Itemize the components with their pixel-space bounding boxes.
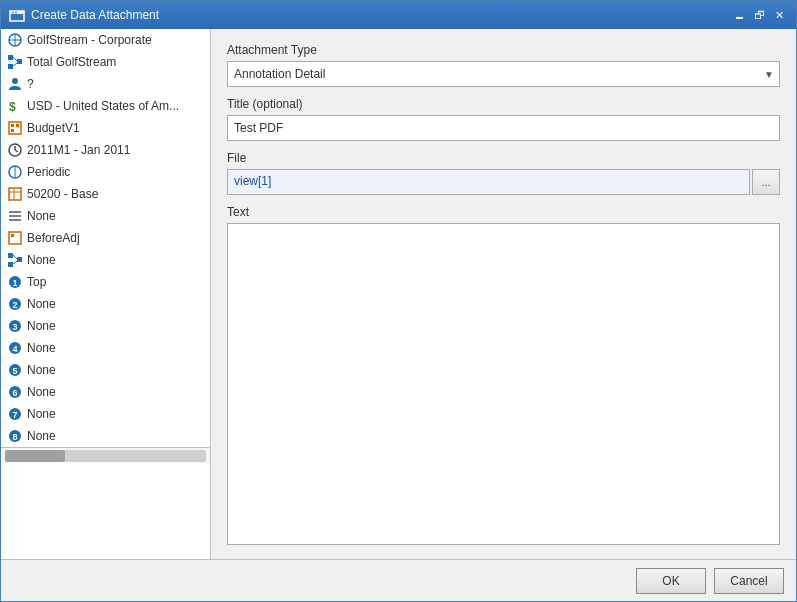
base-icon	[7, 186, 23, 202]
svg-line-35	[13, 261, 17, 264]
tree-item-none7[interactable]: 6None	[1, 381, 210, 403]
minimize-button[interactable]: 🗕	[730, 7, 748, 23]
file-group: File view[1] ...	[227, 151, 780, 195]
title-label: Title (optional)	[227, 97, 780, 111]
title-bar: Create Data Attachment 🗕 🗗 ✕	[1, 1, 796, 29]
tree-item-usd[interactable]: $USD - United States of Am...	[1, 95, 210, 117]
tree-item-label-periodic: Periodic	[27, 165, 70, 179]
svg-text:$: $	[9, 100, 16, 114]
tree-item-label-none6: None	[27, 363, 56, 377]
person-icon	[7, 76, 23, 92]
svg-text:3: 3	[12, 322, 17, 332]
tree-item-label-total-golf: Total GolfStream	[27, 55, 116, 69]
svg-text:1: 1	[12, 278, 17, 288]
svg-text:8: 8	[12, 432, 17, 442]
before-icon	[7, 230, 23, 246]
dialog-body: GolfStream - CorporateTotal GolfStream?$…	[1, 29, 796, 559]
lines-icon	[7, 208, 23, 224]
restore-button[interactable]: 🗗	[750, 7, 768, 23]
tree-item-golf-stream[interactable]: GolfStream - Corporate	[1, 29, 210, 51]
svg-rect-9	[17, 59, 22, 64]
title-bar-buttons: 🗕 🗗 ✕	[730, 7, 788, 23]
text-label: Text	[227, 205, 780, 219]
tree-item-none1[interactable]: None	[1, 205, 210, 227]
tree-item-2011m1[interactable]: 2011M1 - Jan 2011	[1, 139, 210, 161]
dialog-footer: OK Cancel	[1, 559, 796, 601]
svg-rect-17	[11, 129, 14, 132]
svg-line-20	[15, 150, 18, 152]
tree-item-label-none1: None	[27, 209, 56, 223]
text-textarea[interactable]	[227, 223, 780, 545]
tree-item-total-golf[interactable]: Total GolfStream	[1, 51, 210, 73]
svg-rect-29	[9, 232, 21, 244]
svg-text:6: 6	[12, 388, 17, 398]
dialog-create-data-attachment: Create Data Attachment 🗕 🗗 ✕ GolfStream …	[0, 0, 797, 602]
svg-line-10	[13, 57, 17, 61]
right-panel-form: Attachment Type Annotation DetailFileURL…	[211, 29, 796, 559]
svg-rect-32	[8, 262, 13, 267]
tree-item-label-none2: None	[27, 253, 56, 267]
svg-rect-14	[9, 122, 21, 134]
tree-item-none5[interactable]: 4None	[1, 337, 210, 359]
ok-button[interactable]: OK	[636, 568, 706, 594]
periodic-icon	[7, 164, 23, 180]
attachment-type-select[interactable]: Annotation DetailFileURLText	[227, 61, 780, 87]
tree-item-label-50200: 50200 - Base	[27, 187, 98, 201]
left-panel-tree[interactable]: GolfStream - CorporateTotal GolfStream?$…	[1, 29, 211, 559]
svg-text:7: 7	[12, 410, 17, 420]
file-label: File	[227, 151, 780, 165]
hierarchy-icon	[7, 252, 23, 268]
num8-icon: 8	[7, 428, 23, 444]
num6-icon: 6	[7, 384, 23, 400]
tree-item-none9[interactable]: 8None	[1, 425, 210, 447]
clock-icon	[7, 142, 23, 158]
tree-item-label-beforeadj: BeforeAdj	[27, 231, 80, 245]
title-input[interactable]	[227, 115, 780, 141]
tree-container: GolfStream - CorporateTotal GolfStream?$…	[1, 29, 210, 447]
tree-item-beforeadj[interactable]: BeforeAdj	[1, 227, 210, 249]
tree-item-top[interactable]: 1Top	[1, 271, 210, 293]
budget-icon	[7, 120, 23, 136]
tree-item-label-none3: None	[27, 297, 56, 311]
tree-item-periodic[interactable]: Periodic	[1, 161, 210, 183]
svg-line-11	[13, 63, 17, 66]
svg-rect-8	[8, 64, 13, 69]
attachment-type-group: Attachment Type Annotation DetailFileURL…	[227, 43, 780, 87]
close-button[interactable]: ✕	[770, 7, 788, 23]
window-title: Create Data Attachment	[31, 8, 724, 22]
cancel-button[interactable]: Cancel	[714, 568, 784, 594]
tree-item-label-2011m1: 2011M1 - Jan 2011	[27, 143, 130, 157]
file-browse-button[interactable]: ...	[752, 169, 780, 195]
tree-item-label-none8: None	[27, 407, 56, 421]
svg-rect-23	[9, 188, 21, 200]
num3-icon: 3	[7, 318, 23, 334]
svg-rect-7	[8, 55, 13, 60]
currency-icon: $	[7, 98, 23, 114]
horizontal-scrollbar[interactable]	[1, 447, 210, 463]
tree-item-none8[interactable]: 7None	[1, 403, 210, 425]
tree-item-none4[interactable]: 3None	[1, 315, 210, 337]
hierarchy-icon	[7, 54, 23, 70]
file-row: view[1] ...	[227, 169, 780, 195]
tree-item-none3[interactable]: 2None	[1, 293, 210, 315]
tree-item-none6[interactable]: 5None	[1, 359, 210, 381]
svg-rect-30	[11, 234, 14, 237]
svg-point-3	[15, 12, 17, 14]
tree-item-question[interactable]: ?	[1, 73, 210, 95]
svg-text:4: 4	[12, 344, 17, 354]
num1-icon: 1	[7, 274, 23, 290]
svg-text:2: 2	[12, 300, 17, 310]
file-value-display[interactable]: view[1]	[227, 169, 750, 195]
tree-item-budgetv1[interactable]: BudgetV1	[1, 117, 210, 139]
tree-item-label-none7: None	[27, 385, 56, 399]
window-icon	[9, 7, 25, 23]
tree-item-50200[interactable]: 50200 - Base	[1, 183, 210, 205]
num4-icon: 4	[7, 340, 23, 356]
title-group: Title (optional)	[227, 97, 780, 141]
tree-item-none2[interactable]: None	[1, 249, 210, 271]
svg-point-12	[12, 78, 18, 84]
tree-item-label-none9: None	[27, 429, 56, 443]
attachment-type-select-wrapper: Annotation DetailFileURLText ▼	[227, 61, 780, 87]
tree-item-label-top: Top	[27, 275, 46, 289]
tree-item-label-none4: None	[27, 319, 56, 333]
